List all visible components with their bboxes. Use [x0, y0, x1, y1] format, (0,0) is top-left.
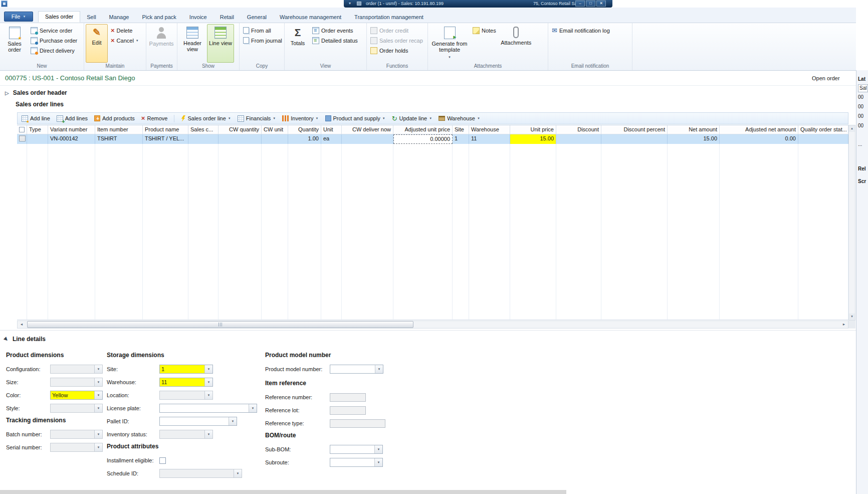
- grid-column-header-6[interactable]: CW quantity: [219, 125, 262, 134]
- grid-cell-8[interactable]: 1.00: [288, 134, 321, 144]
- detailed-status-button[interactable]: Detailed status: [310, 36, 360, 45]
- schedule-id-combo[interactable]: ▼: [159, 469, 242, 478]
- grid-column-header-10[interactable]: CW deliver now: [342, 125, 393, 134]
- grid-cell-0[interactable]: [17, 134, 27, 144]
- grid-column-header-2[interactable]: Variant number: [48, 125, 95, 134]
- chevron-down-icon[interactable]: ▼: [94, 404, 102, 412]
- chevron-down-icon[interactable]: ▼: [204, 430, 212, 438]
- grid-column-header-13[interactable]: Warehouse: [469, 125, 510, 134]
- factbox-more[interactable]: ...: [858, 141, 868, 147]
- size-combo[interactable]: ▼: [50, 378, 103, 387]
- grid-cell-15[interactable]: [556, 134, 601, 144]
- from-all-button[interactable]: From all: [241, 26, 284, 35]
- purchase-order-button[interactable]: Purchase order: [29, 36, 79, 45]
- from-journal-button[interactable]: From journal: [241, 36, 284, 45]
- grid-column-header-17[interactable]: Net amount: [668, 125, 720, 134]
- add-lines-button[interactable]: Add lines: [57, 115, 88, 122]
- product-and-supply-menu[interactable]: Product and supply ▼: [325, 115, 385, 121]
- sales-order-header-fasttab[interactable]: ▷ Sales order header: [5, 89, 67, 96]
- grid-cell-4[interactable]: TSHIRT / YEL...: [143, 134, 188, 144]
- chevron-down-icon[interactable]: ▼: [374, 445, 382, 453]
- grid-column-header-5[interactable]: Sales c...: [188, 125, 219, 134]
- factbox-row[interactable]: 00: [858, 111, 868, 121]
- sub-bom-combo[interactable]: ▼: [330, 445, 383, 454]
- service-order-button[interactable]: Service order: [29, 26, 79, 35]
- tab-pick-and-pack[interactable]: Pick and pack: [135, 12, 182, 23]
- horizontal-scrollbar[interactable]: ◄ ►: [17, 320, 848, 328]
- chevron-down-icon[interactable]: ▼: [204, 378, 212, 386]
- email-notification-log-button[interactable]: ✉ Email notification log: [550, 26, 612, 35]
- pallet-id-combo[interactable]: ▼: [159, 417, 237, 426]
- grid-cell-6[interactable]: [219, 134, 262, 144]
- reference-lot-input[interactable]: [330, 406, 366, 415]
- chevron-down-icon[interactable]: ▼: [94, 391, 102, 399]
- tab-general[interactable]: General: [241, 12, 273, 23]
- chevron-down-icon[interactable]: ▼: [94, 443, 102, 451]
- close-button[interactable]: ✕: [596, 1, 606, 7]
- grid-cell-12[interactable]: 1: [453, 134, 469, 144]
- product-model-number-combo[interactable]: ▼: [330, 365, 383, 374]
- factbox-field[interactable]: Sal: [858, 84, 868, 92]
- cancel-button[interactable]: × Cancel ▼: [109, 36, 141, 45]
- factbox-section-related[interactable]: Rel: [858, 166, 868, 172]
- chevron-down-icon[interactable]: ▼: [94, 365, 102, 373]
- chevron-down-icon[interactable]: ▼: [204, 391, 212, 399]
- tab-warehouse-management[interactable]: Warehouse management: [273, 12, 348, 23]
- grid-cell-11[interactable]: 0.00000: [393, 134, 453, 144]
- grid-column-header-1[interactable]: Type: [27, 125, 48, 134]
- grid-column-header-16[interactable]: Discount percent: [601, 125, 668, 134]
- new-sales-order-button[interactable]: Sales order: [2, 24, 28, 63]
- grid-column-header-4[interactable]: Product name: [143, 125, 188, 134]
- order-credit-button[interactable]: Order credit: [368, 26, 425, 35]
- scroll-up-icon[interactable]: ▲: [849, 125, 855, 132]
- grid-cell-3[interactable]: TSHIRT: [95, 134, 143, 144]
- factbox-row[interactable]: 00: [858, 121, 868, 130]
- tab-invoice[interactable]: Invoice: [183, 12, 213, 23]
- installment-eligible-checkbox[interactable]: [159, 457, 166, 464]
- update-line-menu[interactable]: ↻ Update line ▼: [392, 115, 432, 122]
- inventory-menu[interactable]: Inventory ▼: [282, 115, 318, 121]
- tab-sales-order[interactable]: Sales order: [38, 11, 80, 23]
- grid-cell-19[interactable]: [798, 134, 848, 144]
- delete-button[interactable]: × Delete: [109, 26, 141, 35]
- notes-button[interactable]: Notes: [471, 26, 498, 35]
- grid-column-header-18[interactable]: Adjusted net amount: [720, 125, 798, 134]
- collapse-arrow-icon[interactable]: ▶: [3, 336, 9, 342]
- subroute-combo[interactable]: ▼: [330, 458, 383, 467]
- select-all-checkbox[interactable]: [19, 127, 25, 132]
- grid-cell-1[interactable]: [27, 134, 48, 144]
- order-events-button[interactable]: Order events: [310, 26, 360, 35]
- grid-cell-9[interactable]: ea: [321, 134, 342, 144]
- grid-column-header-11[interactable]: Adjusted unit price: [393, 125, 453, 134]
- attachments-button[interactable]: Attachments: [499, 24, 533, 63]
- tab-manage[interactable]: Manage: [103, 12, 136, 23]
- grid-cell-10[interactable]: [342, 134, 393, 144]
- line-view-button[interactable]: Line view: [207, 24, 234, 63]
- tab-transportation-management[interactable]: Transportation management: [348, 12, 430, 23]
- grid-column-header-12[interactable]: Site: [453, 125, 469, 134]
- add-line-button[interactable]: Add line: [22, 115, 50, 122]
- chevron-down-icon[interactable]: ▼: [229, 417, 237, 425]
- grid-cell-5[interactable]: [188, 134, 219, 144]
- grid-column-header-0[interactable]: [17, 125, 27, 134]
- license-plate-combo[interactable]: ▼: [159, 404, 257, 413]
- grid-column-header-19[interactable]: Quality order stat...: [798, 125, 848, 134]
- site-combo[interactable]: 1▼: [159, 365, 213, 374]
- grid-cell-17[interactable]: 15.00: [668, 134, 720, 144]
- totals-button[interactable]: Σ Totals: [286, 24, 309, 63]
- vertical-scrollbar[interactable]: ▲ ▼: [848, 125, 855, 320]
- tab-retail[interactable]: Retail: [213, 12, 241, 23]
- scrollbar-track[interactable]: [26, 321, 840, 328]
- grid-cell-7[interactable]: [262, 134, 288, 144]
- expand-arrow-icon[interactable]: ▷: [5, 90, 9, 96]
- reference-number-input[interactable]: [330, 393, 366, 402]
- scroll-right-icon[interactable]: ►: [840, 321, 848, 328]
- grid-cell-2[interactable]: VN-000142: [48, 134, 95, 144]
- payments-button[interactable]: Payments: [148, 24, 175, 63]
- scroll-down-icon[interactable]: ▼: [849, 313, 855, 320]
- tab-sell[interactable]: Sell: [80, 12, 102, 23]
- batch-number-combo[interactable]: ▼: [50, 430, 103, 439]
- serial-number-combo[interactable]: ▼: [50, 443, 103, 452]
- add-products-button[interactable]: Add products: [94, 115, 135, 121]
- sales-order-line-menu[interactable]: Sales order line ▼: [181, 115, 231, 122]
